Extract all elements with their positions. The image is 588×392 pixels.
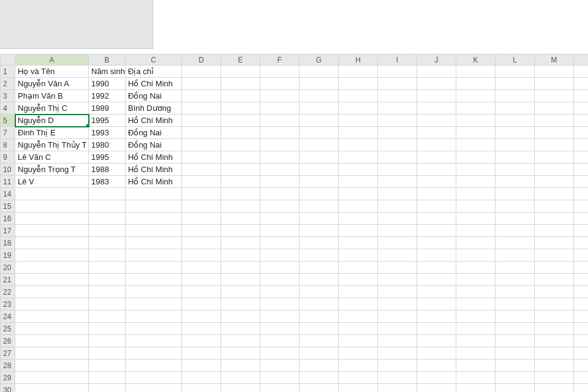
cell-G2[interactable]: [300, 78, 339, 90]
row-5[interactable]: 5Nguyễn D1995Hồ Chí Minh: [1, 115, 589, 127]
cell-H30[interactable]: [339, 384, 378, 393]
cell-D19[interactable]: [182, 249, 221, 262]
cell-A30[interactable]: [15, 384, 89, 393]
cell-K1[interactable]: [456, 66, 496, 78]
cell-F8[interactable]: [260, 139, 300, 151]
row-header-9[interactable]: 9: [1, 151, 15, 164]
cell-H14[interactable]: [339, 188, 378, 200]
select-all-corner[interactable]: [1, 55, 15, 66]
cell-B5[interactable]: 1995: [89, 115, 126, 127]
cell-H2[interactable]: [339, 78, 378, 90]
cell-H10[interactable]: [339, 164, 378, 176]
cell-M21[interactable]: [535, 274, 574, 286]
cell-I25[interactable]: [378, 323, 417, 335]
cell-I16[interactable]: [378, 213, 417, 225]
cell-L11[interactable]: [496, 176, 535, 188]
cell-N4[interactable]: [574, 102, 589, 115]
cell-N27[interactable]: [574, 347, 589, 360]
cell-L18[interactable]: [496, 237, 535, 249]
cell-M3[interactable]: [535, 90, 574, 102]
cell-A22[interactable]: [15, 286, 89, 298]
cell-F4[interactable]: [260, 102, 300, 115]
cell-K16[interactable]: [456, 213, 496, 225]
cell-C22[interactable]: [126, 286, 182, 298]
cell-G24[interactable]: [300, 311, 339, 323]
cell-D30[interactable]: [182, 384, 221, 393]
cell-F24[interactable]: [260, 311, 300, 323]
row-header-16[interactable]: 16: [1, 213, 15, 225]
cell-E11[interactable]: [221, 176, 260, 188]
cell-L19[interactable]: [496, 249, 535, 262]
cell-A4[interactable]: Nguyễn Thị C: [15, 102, 89, 115]
cell-K9[interactable]: [456, 151, 496, 164]
cell-H11[interactable]: [339, 176, 378, 188]
cell-M27[interactable]: [535, 347, 574, 360]
cell-D5[interactable]: [182, 115, 221, 127]
column-header-G[interactable]: G: [300, 55, 339, 66]
cell-B19[interactable]: [89, 249, 126, 262]
cell-K20[interactable]: [456, 262, 496, 274]
cell-A9[interactable]: Lê Văn C: [15, 151, 89, 164]
cell-E21[interactable]: [221, 274, 260, 286]
cell-E19[interactable]: [221, 249, 260, 262]
cell-J21[interactable]: [417, 274, 456, 286]
cell-J11[interactable]: [417, 176, 456, 188]
cell-F26[interactable]: [260, 335, 300, 347]
cell-I21[interactable]: [378, 274, 417, 286]
cell-K29[interactable]: [456, 372, 496, 384]
cell-C14[interactable]: [126, 188, 182, 200]
cell-E8[interactable]: [221, 139, 260, 151]
cell-B1[interactable]: Năm sinh: [89, 66, 126, 78]
cell-J9[interactable]: [417, 151, 456, 164]
cell-C26[interactable]: [126, 335, 182, 347]
row-16[interactable]: 16: [1, 213, 589, 225]
row-header-10[interactable]: 10: [1, 164, 15, 176]
row-28[interactable]: 28: [1, 360, 589, 372]
cell-B15[interactable]: [89, 200, 126, 213]
cell-K30[interactable]: [456, 384, 496, 393]
cell-L1[interactable]: [496, 66, 535, 78]
cell-N21[interactable]: [574, 274, 589, 286]
cell-L24[interactable]: [496, 311, 535, 323]
cell-L28[interactable]: [496, 360, 535, 372]
cell-L2[interactable]: [496, 78, 535, 90]
cell-N17[interactable]: [574, 225, 589, 237]
cell-C5[interactable]: Hồ Chí Minh: [126, 115, 182, 127]
cell-M4[interactable]: [535, 102, 574, 115]
cell-B27[interactable]: [89, 347, 126, 360]
cell-C19[interactable]: [126, 249, 182, 262]
row-29[interactable]: 29: [1, 372, 589, 384]
cell-L16[interactable]: [496, 213, 535, 225]
cell-N23[interactable]: [574, 298, 589, 311]
cell-C11[interactable]: Hồ Chí Minh: [126, 176, 182, 188]
cell-B10[interactable]: 1988: [89, 164, 126, 176]
row-header-30[interactable]: 30: [1, 384, 15, 393]
cell-N29[interactable]: [574, 372, 589, 384]
cell-A23[interactable]: [15, 298, 89, 311]
cell-G28[interactable]: [300, 360, 339, 372]
cell-N30[interactable]: [574, 384, 589, 393]
cell-E2[interactable]: [221, 78, 260, 90]
cell-M25[interactable]: [535, 323, 574, 335]
cell-F2[interactable]: [260, 78, 300, 90]
cell-C10[interactable]: Hồ Chí Minh: [126, 164, 182, 176]
cell-K26[interactable]: [456, 335, 496, 347]
cell-K15[interactable]: [456, 200, 496, 213]
cell-D18[interactable]: [182, 237, 221, 249]
cell-E15[interactable]: [221, 200, 260, 213]
cell-H8[interactable]: [339, 139, 378, 151]
cell-M23[interactable]: [535, 298, 574, 311]
cell-D4[interactable]: [182, 102, 221, 115]
cell-M24[interactable]: [535, 311, 574, 323]
cell-J5[interactable]: [417, 115, 456, 127]
cell-K18[interactable]: [456, 237, 496, 249]
cell-F25[interactable]: [260, 323, 300, 335]
cell-D20[interactable]: [182, 262, 221, 274]
cell-C29[interactable]: [126, 372, 182, 384]
column-header-B[interactable]: B: [89, 55, 126, 66]
cell-F21[interactable]: [260, 274, 300, 286]
cell-M9[interactable]: [535, 151, 574, 164]
cell-L15[interactable]: [496, 200, 535, 213]
cell-E14[interactable]: [221, 188, 260, 200]
cell-B25[interactable]: [89, 323, 126, 335]
